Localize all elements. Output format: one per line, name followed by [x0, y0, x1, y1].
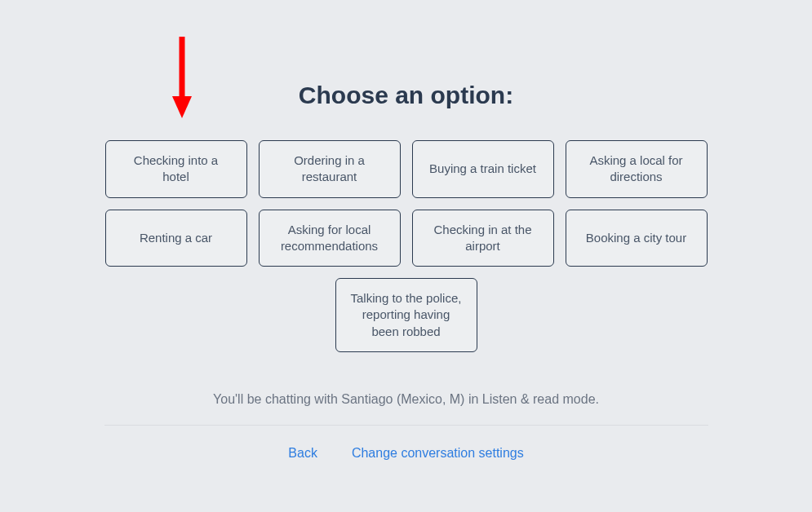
option-buying-train-ticket[interactable]: Buying a train ticket — [412, 140, 554, 198]
options-row-2: Renting a car Asking for local recommend… — [105, 210, 708, 267]
option-renting-car[interactable]: Renting a car — [105, 210, 247, 267]
change-settings-link[interactable]: Change conversation settings — [352, 446, 524, 461]
options-row-3: Talking to the police, reporting having … — [335, 278, 477, 352]
option-asking-directions[interactable]: Asking a local for directions — [566, 140, 708, 198]
status-text: You'll be chatting with Santiago (Mexico… — [213, 392, 599, 407]
option-ordering-restaurant[interactable]: Ordering in a restaurant — [259, 140, 401, 198]
svg-marker-1 — [172, 96, 192, 118]
page-title: Choose an option: — [299, 82, 513, 109]
option-airport-checkin[interactable]: Checking in at the airport — [412, 210, 554, 267]
option-booking-city-tour[interactable]: Booking a city tour — [566, 210, 708, 267]
option-local-recommendations[interactable]: Asking for local recommendations — [259, 210, 401, 267]
option-checking-into-hotel[interactable]: Checking into a hotel — [105, 140, 247, 198]
bottom-links: Back Change conversation settings — [288, 446, 523, 461]
red-arrow-annotation — [166, 33, 198, 122]
back-link[interactable]: Back — [288, 446, 317, 461]
options-row-1: Checking into a hotel Ordering in a rest… — [105, 140, 708, 198]
option-police-report[interactable]: Talking to the police, reporting having … — [335, 278, 477, 352]
divider — [104, 425, 708, 426]
